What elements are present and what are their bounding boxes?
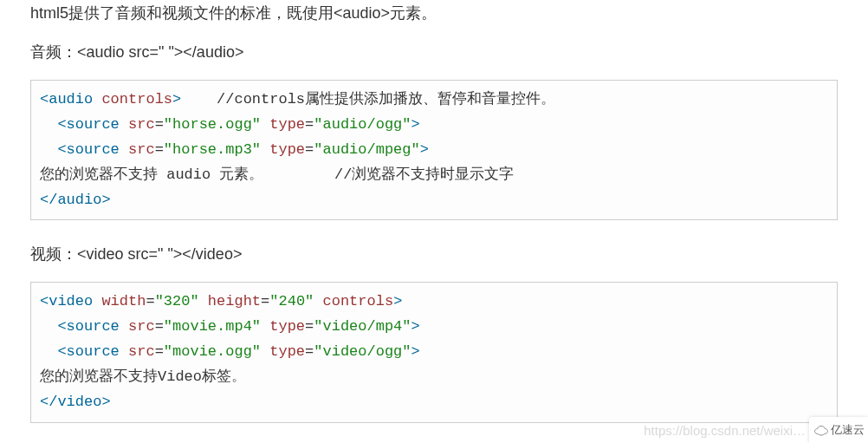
code-text: 您的浏览器不支持 audio 元素。 //浏览器不支持时显示文字	[40, 166, 514, 183]
code-token: <	[57, 141, 66, 158]
code-token: =	[305, 343, 314, 360]
code-token: =	[155, 343, 164, 360]
code-indent	[40, 116, 57, 133]
code-token: "horse.mp3"	[164, 141, 261, 158]
code-token: <	[57, 318, 66, 335]
code-token: controls	[101, 91, 172, 107]
code-token: src	[120, 141, 155, 158]
code-token: >	[393, 293, 402, 309]
code-token: controls	[314, 293, 393, 309]
code-token: =	[305, 116, 314, 133]
audio-label: 音频：<audio src=" "></audio>	[30, 41, 838, 64]
code-text: 您的浏览器不支持Video标签。	[40, 368, 246, 385]
code-indent	[40, 141, 57, 158]
code-token: source	[67, 141, 120, 158]
code-token: source	[67, 116, 120, 133]
code-token: height	[199, 293, 261, 309]
video-label: 视频：<video src=" "></video>	[30, 243, 838, 266]
code-comment: //controls属性提供添加播放、暂停和音量控件。	[181, 91, 555, 107]
code-token: "video/mp4"	[314, 318, 411, 335]
code-token: =	[155, 141, 164, 158]
watermark-text: https://blog.csdn.net/weixi…	[644, 423, 806, 438]
intro-paragraph: html5提供了音频和视频文件的标准，既使用<audio>元素。	[30, 0, 838, 25]
code-token: >	[420, 141, 429, 158]
code-token: src	[120, 343, 155, 360]
logo-text: 亿速云	[831, 422, 865, 438]
code-token	[93, 91, 101, 107]
code-token: "movie.mp4"	[164, 318, 261, 335]
code-token: =	[305, 141, 314, 158]
code-token: >	[101, 394, 110, 410]
code-token: audio	[49, 91, 93, 107]
code-token: source	[67, 318, 120, 335]
code-token: "320"	[155, 293, 199, 309]
code-block-video: <video width="320" height="240" controls…	[30, 282, 838, 422]
code-token: video	[49, 293, 93, 309]
code-token: =	[155, 116, 164, 133]
code-token: src	[120, 318, 155, 335]
code-token: =	[305, 318, 314, 335]
code-token: </	[40, 394, 57, 410]
code-token: >	[411, 318, 420, 335]
code-token: =	[155, 318, 164, 335]
code-token: "movie.ogg"	[164, 343, 261, 360]
code-token: video	[57, 394, 101, 410]
code-token: <	[40, 91, 49, 107]
code-token: "audio/ogg"	[314, 116, 411, 133]
code-token: >	[101, 192, 110, 208]
code-token: "audio/mpeg"	[314, 141, 419, 158]
code-token: width	[93, 293, 146, 309]
code-token: =	[261, 293, 269, 309]
code-token: =	[146, 293, 154, 309]
code-token: >	[411, 116, 420, 133]
code-token: type	[261, 343, 305, 360]
code-indent	[40, 318, 57, 335]
code-token: type	[261, 116, 305, 133]
code-token: "horse.ogg"	[164, 116, 261, 133]
code-token: <	[57, 343, 66, 360]
code-token: >	[411, 343, 420, 360]
code-token: <	[57, 116, 66, 133]
code-indent	[40, 343, 57, 360]
code-token: </	[40, 192, 57, 208]
code-token: "240"	[269, 293, 314, 309]
code-token: audio	[57, 192, 101, 208]
code-block-audio: <audio controls> //controls属性提供添加播放、暂停和音…	[30, 80, 838, 220]
code-token: <	[40, 293, 49, 309]
code-token: source	[67, 343, 120, 360]
code-token: src	[120, 116, 155, 133]
cloud-icon	[813, 424, 829, 436]
code-token: type	[261, 318, 305, 335]
code-token: "video/ogg"	[314, 343, 411, 360]
code-token: >	[172, 91, 181, 107]
code-token: type	[261, 141, 305, 158]
